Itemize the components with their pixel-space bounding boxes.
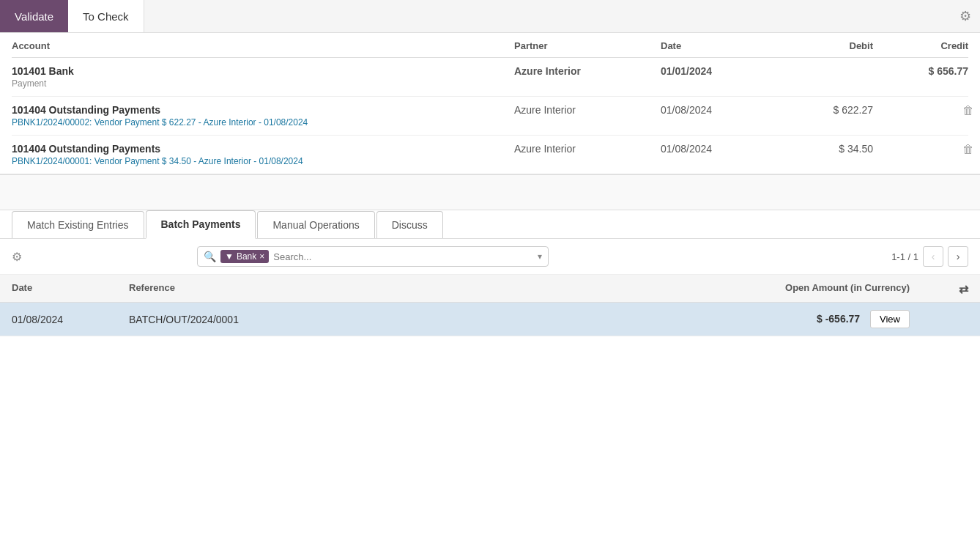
row-date: 01/08/2024 bbox=[12, 314, 129, 325]
search-icon: 🔍 bbox=[204, 251, 216, 262]
account-sub: Payment bbox=[12, 78, 514, 89]
col-credit: $ 656.77 bbox=[873, 65, 968, 77]
bottom-tab-bar: Match Existing Entries Batch Payments Ma… bbox=[0, 210, 980, 239]
adjust-columns-icon[interactable]: ⇄ bbox=[910, 282, 968, 296]
col-account: 101401 Bank Payment bbox=[12, 65, 514, 89]
col-partner: Azure Interior bbox=[514, 143, 661, 155]
tab-manual-operations[interactable]: Manual Operations bbox=[257, 211, 374, 238]
row-reference: BATCH/OUT/2024/0001 bbox=[129, 314, 719, 325]
col-header-credit: Credit bbox=[873, 40, 968, 51]
link-label[interactable]: PBNK1/2024/00002 bbox=[12, 117, 89, 128]
tab-match-existing-entries[interactable]: Match Existing Entries bbox=[12, 211, 144, 238]
filter-tag-close-icon[interactable]: × bbox=[259, 251, 264, 262]
table-row: 101401 Bank Payment Azure Interior 01/01… bbox=[12, 58, 968, 97]
filter-row: ⚙ 🔍 ▼ Bank × ▾ 1-1 / 1 ‹ › bbox=[0, 239, 980, 275]
filter-tag-label: Bank bbox=[237, 251, 256, 262]
col-debit: $ 622.27 bbox=[778, 104, 873, 116]
search-dropdown-icon[interactable]: ▾ bbox=[538, 251, 542, 262]
mid-spacer bbox=[0, 175, 980, 210]
table-row: 101404 Outstanding Payments PBNK1/2024/0… bbox=[12, 136, 968, 174]
col-date: 01/08/2024 bbox=[661, 143, 778, 155]
delete-row-icon[interactable]: 🗑 bbox=[962, 143, 974, 156]
filter-icon: ▼ bbox=[225, 251, 234, 262]
top-tab-bar: Validate To Check ⚙ bbox=[0, 0, 980, 33]
prev-page-button[interactable]: ‹ bbox=[923, 246, 943, 267]
view-button[interactable]: View bbox=[870, 310, 910, 328]
account-link[interactable]: PBNK1/2024/00002: Vendor Payment $ 622.2… bbox=[12, 117, 514, 128]
delete-row-icon[interactable]: 🗑 bbox=[962, 104, 974, 117]
tab-batch-payments[interactable]: Batch Payments bbox=[146, 210, 256, 239]
col-partner: Azure Interior bbox=[514, 65, 661, 77]
link-text: Vendor Payment $ 34.50 - Azure Interior … bbox=[94, 156, 303, 166]
col-date: 01/08/2024 bbox=[661, 104, 778, 116]
col-header-reference: Reference bbox=[129, 282, 719, 296]
filter-gear-icon[interactable]: ⚙ bbox=[12, 250, 22, 264]
account-name: 101401 Bank bbox=[12, 65, 514, 77]
account-name: 101404 Outstanding Payments bbox=[12, 143, 514, 155]
row-open-amount: $ -656.77 View bbox=[719, 310, 910, 328]
account-link[interactable]: PBNK1/2024/00001: Vendor Payment $ 34.50… bbox=[12, 156, 514, 166]
upper-table-header: Account Partner Date Debit Credit bbox=[12, 33, 968, 58]
search-box: 🔍 ▼ Bank × ▾ bbox=[197, 246, 549, 267]
next-page-button[interactable]: › bbox=[948, 246, 968, 267]
pagination: 1-1 / 1 ‹ › bbox=[891, 246, 968, 267]
col-header-date: Date bbox=[12, 282, 129, 296]
col-header-date: Date bbox=[661, 40, 778, 51]
col-header-partner: Partner bbox=[514, 40, 661, 51]
col-account: 101404 Outstanding Payments PBNK1/2024/0… bbox=[12, 104, 514, 128]
col-date: 01/01/2024 bbox=[661, 65, 778, 77]
tab-discuss[interactable]: Discuss bbox=[376, 211, 443, 238]
table-row: 101404 Outstanding Payments PBNK1/2024/0… bbox=[12, 97, 968, 136]
filter-tag: ▼ Bank × bbox=[220, 250, 269, 263]
search-input[interactable] bbox=[273, 251, 533, 262]
upper-table-section: Account Partner Date Debit Credit 101401… bbox=[0, 33, 980, 175]
col-debit: $ 34.50 bbox=[778, 143, 873, 155]
bottom-table-header: Date Reference Open Amount (in Currency)… bbox=[0, 275, 980, 303]
col-account: 101404 Outstanding Payments PBNK1/2024/0… bbox=[12, 143, 514, 166]
top-gear-icon[interactable]: ⚙ bbox=[959, 8, 971, 24]
account-name: 101404 Outstanding Payments bbox=[12, 104, 514, 116]
link-label[interactable]: PBNK1/2024/00001 bbox=[12, 156, 89, 166]
col-header-open-amount: Open Amount (in Currency) bbox=[719, 282, 910, 296]
bottom-table: Date Reference Open Amount (in Currency)… bbox=[0, 275, 980, 336]
tocheck-tab[interactable]: To Check bbox=[68, 0, 144, 32]
link-text: Vendor Payment $ 622.27 - Azure Interior… bbox=[94, 117, 308, 128]
col-header-account: Account bbox=[12, 40, 514, 51]
table-row: 01/08/2024 BATCH/OUT/2024/0001 $ -656.77… bbox=[0, 303, 980, 336]
col-partner: Azure Interior bbox=[514, 104, 661, 116]
col-header-debit: Debit bbox=[778, 40, 873, 51]
pagination-text: 1-1 / 1 bbox=[891, 251, 918, 262]
validate-button[interactable]: Validate bbox=[0, 0, 68, 32]
